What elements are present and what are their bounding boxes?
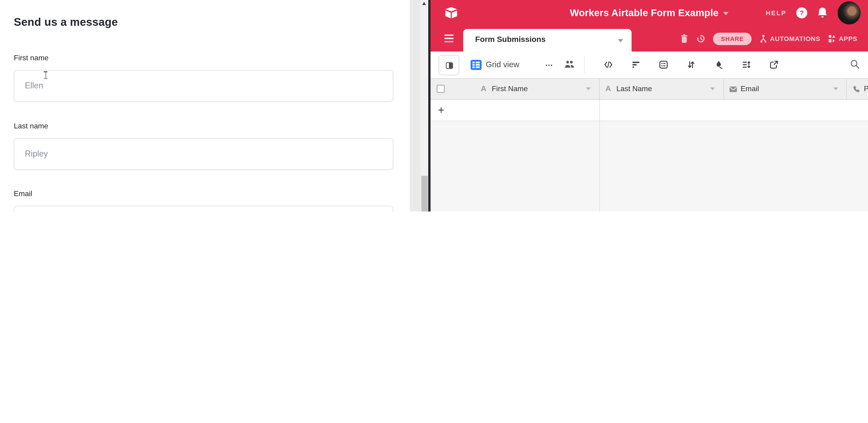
search-icon[interactable] (850, 59, 860, 69)
first-name-label: First name (14, 54, 49, 62)
filter-icon[interactable] (631, 60, 640, 69)
first-name-row: First name (14, 54, 393, 62)
text-field-icon: A (606, 84, 611, 93)
view-name[interactable]: Grid view (486, 60, 519, 69)
history-icon[interactable] (696, 34, 705, 43)
column-phone-clipped[interactable]: P (864, 85, 868, 93)
email-field-icon (729, 85, 737, 93)
base-title-caret-icon (723, 12, 728, 15)
share-button[interactable]: SHARE (713, 32, 752, 45)
column-divider (846, 79, 847, 99)
email-row: Email (14, 190, 393, 198)
hamburger-menu-icon[interactable] (444, 34, 454, 43)
first-name-input[interactable] (14, 70, 393, 102)
automations-icon (760, 34, 767, 43)
user-avatar[interactable] (838, 1, 861, 24)
view-sidebar-toggle[interactable] (438, 55, 460, 75)
help-question-icon[interactable]: ? (796, 7, 807, 19)
airtable-window: Workers Airtable Form Example HELP ? For… (431, 0, 868, 212)
help-button[interactable]: HELP (766, 9, 786, 17)
window-divider (428, 0, 431, 212)
column-last-name-caret-icon[interactable] (710, 87, 715, 90)
last-name-input[interactable] (14, 138, 393, 170)
last-name-label: Last name (14, 122, 48, 130)
last-name-row: Last name (14, 122, 393, 130)
airtable-topbar: Workers Airtable Form Example HELP ? (431, 0, 868, 26)
add-row[interactable]: + (431, 100, 868, 121)
primary-column-divider (599, 100, 600, 212)
hide-fields-icon[interactable] (604, 60, 613, 69)
topbar-actions: HELP ? (766, 0, 861, 26)
column-divider (723, 79, 724, 99)
color-icon[interactable] (714, 60, 723, 69)
tab-form-submissions[interactable]: Form Submissions (463, 29, 631, 52)
screen: Send us a message First name Last name E… (0, 0, 868, 212)
tabbar-actions: SHARE AUTOMATIONS (680, 26, 858, 52)
collaborators-icon[interactable] (564, 60, 575, 69)
add-row-plus-icon[interactable]: + (438, 103, 444, 117)
select-all-checkbox[interactable] (437, 85, 445, 93)
share-view-icon[interactable] (770, 60, 778, 69)
view-toolbar: Grid view … (431, 52, 868, 78)
text-field-icon: A (481, 84, 487, 93)
email-label: Email (14, 190, 32, 198)
column-first-name-caret-icon[interactable] (586, 87, 591, 90)
row-height-icon[interactable] (742, 60, 751, 69)
scroll-up-arrow-icon[interactable] (422, 2, 426, 5)
window-gutter (410, 0, 421, 212)
column-last-name[interactable]: Last Name (616, 85, 652, 93)
page-scrollbar[interactable] (421, 0, 428, 212)
form-heading: Send us a message (14, 16, 118, 29)
notifications-bell-icon[interactable] (817, 7, 828, 19)
page-scroll-thumb[interactable] (421, 176, 428, 212)
email-input[interactable] (14, 206, 393, 212)
text-cursor-icon (43, 71, 48, 79)
column-email[interactable]: Email (741, 85, 759, 93)
grid-column-header: A First Name A Last Name Email P (431, 78, 868, 100)
tab-caret-icon (618, 39, 623, 42)
automations-button[interactable]: AUTOMATIONS (760, 34, 820, 43)
column-email-caret-icon[interactable] (834, 87, 838, 90)
grid-view-icon (471, 59, 482, 70)
group-icon[interactable] (659, 60, 668, 69)
apps-icon (828, 34, 836, 43)
phone-field-icon (852, 85, 861, 93)
message-form-pane: Send us a message First name Last name E… (0, 0, 410, 212)
apps-button[interactable]: APPS (828, 34, 858, 43)
sidebar-panel-icon (446, 62, 453, 69)
view-more-options[interactable]: … (545, 59, 553, 68)
airtable-tabbar: Form Submissions SHARE (431, 26, 868, 52)
toolbar-divider (584, 56, 585, 73)
trash-icon[interactable] (680, 34, 689, 43)
column-divider (599, 79, 600, 99)
column-first-name[interactable]: First Name (492, 85, 528, 93)
sort-icon[interactable] (687, 60, 695, 69)
